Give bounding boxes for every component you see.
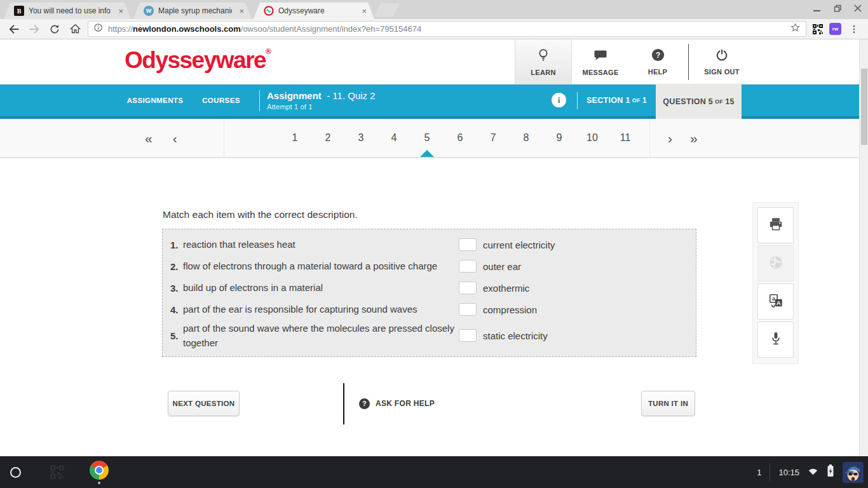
browser-tab-2[interactable]: W Maple syrup mechanics: × <box>133 3 252 19</box>
nav-sign-out[interactable]: SIGN OUT <box>693 39 751 84</box>
nav-label: LEARN <box>531 69 555 76</box>
ask-for-help-label: ASK FOR HELP <box>376 399 435 408</box>
home-icon[interactable] <box>67 22 83 37</box>
page-info-icon[interactable] <box>93 23 103 35</box>
clock[interactable]: 10:15 <box>778 468 799 477</box>
svg-text:?: ? <box>655 51 660 60</box>
nav-label: MESSAGE <box>582 69 618 76</box>
question-content: Match each item with the correct descrip… <box>0 158 859 456</box>
assignment-bar: ASSIGNMENTS COURSES Assignment - 11. Qui… <box>0 85 868 119</box>
question-number-6[interactable]: 6 <box>444 119 477 157</box>
print-button[interactable] <box>757 207 794 243</box>
first-question-icon[interactable]: « <box>145 132 153 145</box>
item-text: part of the ear is responsible for captu… <box>183 302 459 316</box>
tab-close-icon[interactable]: × <box>116 6 126 17</box>
question-number-8[interactable]: 8 <box>510 119 543 157</box>
tab-close-icon[interactable]: × <box>236 6 247 17</box>
match-row: 3. build up of electrons in a material e… <box>166 277 691 299</box>
tab-close-icon[interactable]: × <box>359 6 369 17</box>
question-tab[interactable]: QUESTION 5of15 <box>656 85 742 119</box>
answer-input-3[interactable] <box>459 281 477 294</box>
tab-title: You will need to use info <box>29 6 111 15</box>
answer-input-1[interactable] <box>459 238 477 251</box>
qr-app-icon[interactable] <box>49 464 65 480</box>
lightbulb-icon <box>536 48 550 65</box>
answer-input-5[interactable] <box>459 329 477 342</box>
nav-help[interactable]: ? HELP <box>629 39 686 84</box>
answer-input-2[interactable] <box>459 260 477 273</box>
user-avatar[interactable] <box>843 462 864 483</box>
refresh-icon[interactable] <box>47 22 62 37</box>
question-number-3[interactable]: 3 <box>344 119 377 157</box>
next-question-button[interactable]: NEXT QUESTION <box>168 391 240 416</box>
window-controls <box>813 4 862 12</box>
globe-button-disabled[interactable] <box>757 245 794 281</box>
nav-message[interactable]: MESSAGE <box>572 39 629 84</box>
bookmark-star-icon[interactable] <box>790 22 801 36</box>
header-divider <box>688 44 689 80</box>
restore-window-icon[interactable] <box>834 4 841 12</box>
question-prompt: Match each item with the correct descrip… <box>163 209 358 220</box>
divider <box>259 90 260 111</box>
speech-bubble-icon <box>593 48 608 65</box>
wifi-icon <box>808 466 818 478</box>
url-path: /owsoo/studentAssignment/index?eh=795154… <box>241 24 421 34</box>
next-question-icon[interactable]: › <box>668 132 672 145</box>
answer-input-4[interactable] <box>459 303 477 316</box>
help-circle-icon: ? <box>359 398 370 409</box>
divider <box>770 463 770 481</box>
url-bar[interactable]: https://newlondon.owschools.com/owsoo/st… <box>88 21 806 37</box>
close-window-icon[interactable] <box>854 4 862 12</box>
question-number-5-active[interactable]: 5 <box>410 119 444 157</box>
info-icon[interactable]: i <box>552 93 566 107</box>
new-tab-button[interactable] <box>374 3 400 17</box>
question-number-10[interactable]: 10 <box>576 119 609 157</box>
browser-tab-strip: B You will need to use info × W Maple sy… <box>0 0 868 19</box>
status-area[interactable]: 1 10:15 <box>757 462 868 483</box>
nav-learn[interactable]: LEARN <box>515 39 572 84</box>
browser-tab-odysseyware[interactable]: Odysseyware × <box>254 3 374 19</box>
question-number-11[interactable]: 11 <box>609 119 642 157</box>
browser-tab-1[interactable]: B You will need to use info × <box>4 3 131 19</box>
match-row: 4. part of the ear is responsible for ca… <box>166 299 691 320</box>
chrome-app[interactable] <box>90 461 109 484</box>
readwrite-extension-icon[interactable]: rw <box>829 23 841 35</box>
scrollbar-track[interactable] <box>859 39 868 456</box>
item-number: 2. <box>166 261 183 272</box>
question-number-2[interactable]: 2 <box>311 119 344 157</box>
question-number-7[interactable]: 7 <box>477 119 510 157</box>
turn-it-in-button[interactable]: TURN IT IN <box>641 391 695 416</box>
question-number-1[interactable]: 1 <box>278 119 311 157</box>
globe-icon <box>768 254 784 273</box>
pager-right-arrows: › » <box>650 119 868 157</box>
scrollbar-thumb[interactable] <box>861 69 867 145</box>
back-icon[interactable] <box>6 22 22 37</box>
ask-for-help-button[interactable]: ? ASK FOR HELP <box>359 391 435 416</box>
browser-menu-icon[interactable] <box>846 22 862 37</box>
qr-extension-icon[interactable] <box>811 23 824 36</box>
question-number-9[interactable]: 9 <box>543 119 576 157</box>
notification-count[interactable]: 1 <box>757 468 761 477</box>
section-tab[interactable]: SECTION 1of1 <box>578 85 656 116</box>
forward-icon[interactable] <box>27 22 42 37</box>
minimize-icon[interactable] <box>813 4 821 12</box>
power-icon <box>715 48 729 65</box>
nav-assignments[interactable]: ASSIGNMENTS <box>127 85 183 116</box>
chromeos-shelf: 1 10:15 <box>0 456 868 488</box>
nav-courses[interactable]: COURSES <box>193 85 249 116</box>
match-row: 2. flow of electrons through a material … <box>166 255 691 277</box>
answer-option: outer ear <box>483 261 521 272</box>
translate-button[interactable]: aA <box>757 283 794 320</box>
previous-question-icon[interactable]: ‹ <box>173 132 177 145</box>
answer-option: static electricity <box>483 330 548 341</box>
speech-button[interactable] <box>757 322 794 358</box>
assignment-title-block: Assignment - 11. Quiz 2 Attempt 1 of 1 <box>267 85 376 116</box>
svg-text:a: a <box>771 295 775 302</box>
launcher-icon[interactable] <box>10 467 21 478</box>
item-number: 1. <box>166 240 183 250</box>
translate-icon: aA <box>768 292 784 311</box>
last-question-icon[interactable]: » <box>690 132 698 145</box>
question-number-4[interactable]: 4 <box>377 119 410 157</box>
url-scheme: https:// <box>108 24 133 34</box>
answer-option: exothermic <box>483 283 529 294</box>
